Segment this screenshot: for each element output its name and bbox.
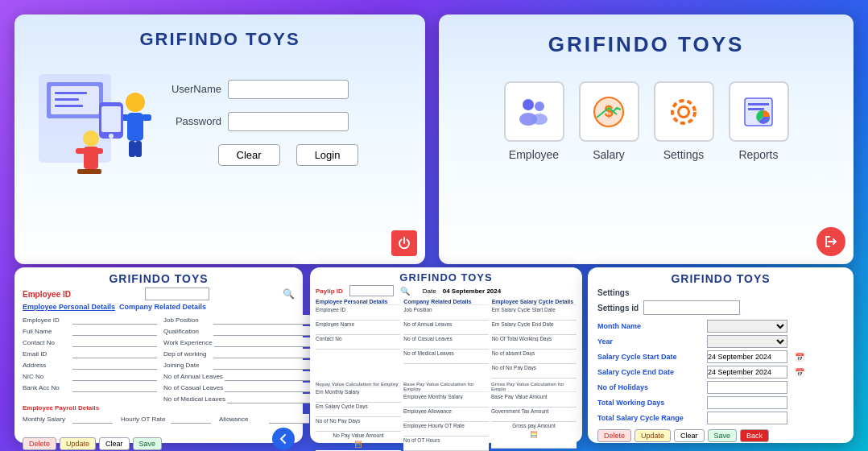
nav-item-employee[interactable]: Employee [504,81,564,161]
employee-id-input[interactable] [145,288,209,300]
allowance-field[interactable] [269,414,309,424]
qual-field[interactable] [213,326,312,336]
company-fields-col: Job Position Qualification Work Experien… [163,314,312,404]
cycle-end-input[interactable] [707,366,787,379]
svg-point-20 [523,99,534,110]
joining-field[interactable] [213,360,312,370]
bp-allowance[interactable] [403,414,489,422]
ps-emp-id[interactable] [316,312,400,321]
personal-section-header: Employee Personal Details [316,299,400,305]
login-button[interactable]: Login [296,144,359,166]
ps-absent[interactable] [492,356,577,364]
ps-job[interactable] [403,312,488,321]
casual-leaves-field[interactable] [225,383,312,392]
cycle-start-input[interactable] [707,350,787,363]
payslip-panel: GRIFINDO TOYS Paylip ID 🔍 Date 04 Septem… [310,267,582,443]
cycle-range-input[interactable] [707,412,787,424]
grosspay-col: Gross Pay Value Calculation for Emplo Ba… [491,382,577,451]
month-name-select[interactable] [707,320,787,333]
annual-leaves-field[interactable] [225,371,312,381]
nav-panel: GRIFINDO TOYS Employee $ [439,14,854,264]
ps-medical[interactable] [403,356,488,364]
nav-item-settings[interactable]: Settings [654,81,714,161]
settings-update-button[interactable]: Update [634,429,671,442]
address-field[interactable] [72,360,157,370]
tab-personal[interactable]: Employee Personal Details [23,303,115,311]
payslip-salary-col: Employee Salary Cycle Details Em Salary … [492,299,577,379]
settings-delete-button[interactable]: Delete [597,429,631,442]
gp-tax[interactable] [491,414,577,422]
emp-clear-button[interactable]: Clear [99,437,130,450]
bank-field[interactable] [72,383,157,392]
nav-item-reports[interactable]: Reports [729,81,789,161]
gp-amount[interactable] [491,441,577,449]
settings-back-button[interactable]: Back [740,429,769,442]
employee-panel: GRIFINDO TOYS Employee ID 🔍 Employee Per… [14,267,303,443]
payslip-id-label: Paylip ID [316,288,343,295]
emp-back-button[interactable] [272,428,295,450]
gross-calc-icon: 🧮 [530,431,538,438]
login-title: GRIFINDO TOYS [14,14,425,58]
employee-search-icon[interactable]: 🔍 [283,288,295,300]
employee-fields: Employee ID Full Name Contact No Email I… [23,314,295,404]
payslip-id-input[interactable] [349,285,394,296]
svg-rect-10 [129,141,135,157]
nopay-col: Nopay Value Calculation for Employ Em Mo… [316,382,401,451]
svg-rect-15 [93,148,103,154]
salary-label: Salary [593,148,625,161]
settings-subtitle: Settings [597,288,844,297]
monthly-salary-field[interactable] [72,414,113,424]
workexp-field[interactable] [214,337,312,347]
gp-base[interactable] [491,399,577,408]
contact-field[interactable] [72,337,157,347]
cycle-start-cal-icon[interactable]: 📅 [795,353,804,362]
bp-monthly[interactable] [403,399,489,408]
employee-icon-box [504,81,564,142]
ps-cycle-start[interactable] [492,312,577,321]
svg-rect-32 [748,108,764,110]
svg-rect-16 [77,169,101,174]
bp-ot-hours[interactable] [403,443,489,451]
tab-company[interactable]: Company Related Details [119,303,206,311]
ps-casual[interactable] [403,341,488,350]
holidays-input[interactable] [707,381,787,394]
dept-field[interactable] [213,349,312,358]
cycle-end-cal-icon[interactable]: 📅 [795,368,804,377]
nic-field[interactable] [72,371,157,381]
ot-rate-field[interactable] [171,414,211,424]
emp-save-button[interactable]: Save [133,437,163,450]
search-payslip-icon[interactable]: 🔍 [400,287,410,296]
working-days-input[interactable] [707,396,787,409]
nav-item-salary[interactable]: $ Salary [579,81,639,161]
bp-ot-rate[interactable] [403,428,489,437]
emp-update-button[interactable]: Update [60,437,96,450]
logout-button[interactable] [816,227,845,256]
ps-annual[interactable] [403,327,488,335]
nopay-cycle-days[interactable] [316,409,401,417]
ps-nopay-days[interactable] [492,370,577,379]
payroll-title: Employee Payroll Details [23,404,295,412]
clear-button[interactable]: Clear [218,144,280,166]
fullname-field[interactable] [72,326,157,336]
emp-delete-button[interactable]: Delete [23,437,56,450]
email-field[interactable] [72,349,157,358]
medical-leaves-field[interactable] [227,394,312,403]
settings-clear-button[interactable]: Clear [674,429,705,442]
power-icon[interactable] [391,230,417,256]
username-input[interactable] [228,80,349,99]
ps-contact[interactable] [316,341,400,350]
year-select[interactable] [707,335,787,348]
nopay-monthly[interactable] [316,395,401,403]
settings-id-input[interactable] [643,300,740,315]
emp-id-field[interactable] [72,315,157,325]
employee-id-row: Employee ID 🔍 [23,288,295,300]
svg-rect-4 [55,98,79,101]
nopay-days[interactable] [316,424,401,432]
login-illustration [31,58,159,187]
settings-save-button[interactable]: Save [708,429,738,442]
ps-emp-name[interactable] [316,327,400,335]
jobpos-field[interactable] [213,315,312,325]
ps-cycle-end[interactable] [492,327,577,335]
password-input[interactable] [228,112,349,131]
ps-working-days[interactable] [492,341,577,350]
